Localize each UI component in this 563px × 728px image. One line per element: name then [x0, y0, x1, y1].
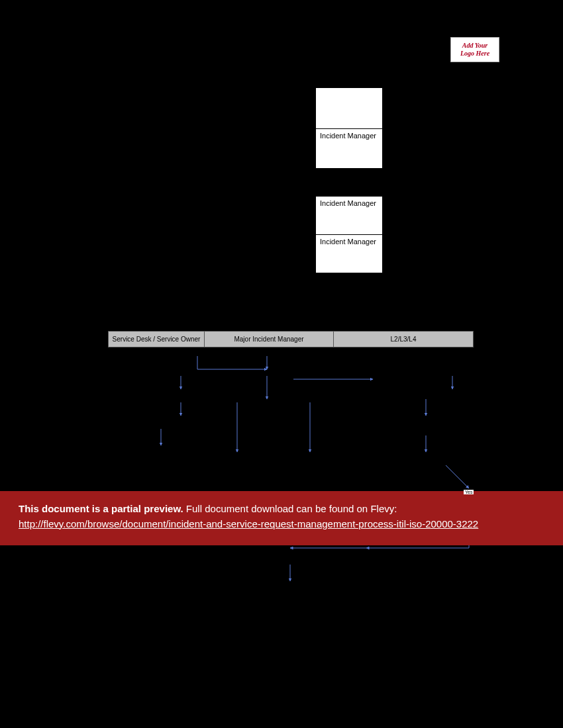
role-cell [316, 88, 383, 129]
banner-bold: This document is a partial preview. [19, 503, 183, 514]
swimlane-col-l2l3l4: L2/L3/L4 [334, 332, 473, 347]
banner-rest: Full document download can be found on F… [183, 503, 397, 514]
banner-link[interactable]: http://flevy.com/browse/document/inciden… [19, 517, 544, 532]
role-table-1: Incident Manager [315, 87, 383, 169]
role-cell: Incident Manager [316, 129, 383, 169]
preview-banner: This document is a partial preview. Full… [0, 491, 563, 545]
role-cell: Incident Manager [316, 235, 383, 273]
swimlane-header: Service Desk / Service Owner Major Incid… [108, 331, 474, 347]
role-table-2: Incident Manager Incident Manager [315, 196, 383, 273]
logo-line2: Logo Here [460, 50, 489, 57]
logo-line1: Add Your [462, 42, 487, 49]
logo-placeholder: Add Your Logo Here [450, 37, 499, 62]
decision-yes-label: Yes [464, 490, 474, 494]
swimlane-col-service-desk: Service Desk / Service Owner [109, 332, 205, 347]
swimlane-col-major-incident-mgr: Major Incident Manager [205, 332, 334, 347]
role-cell: Incident Manager [316, 197, 383, 235]
flowchart-area [108, 349, 476, 627]
